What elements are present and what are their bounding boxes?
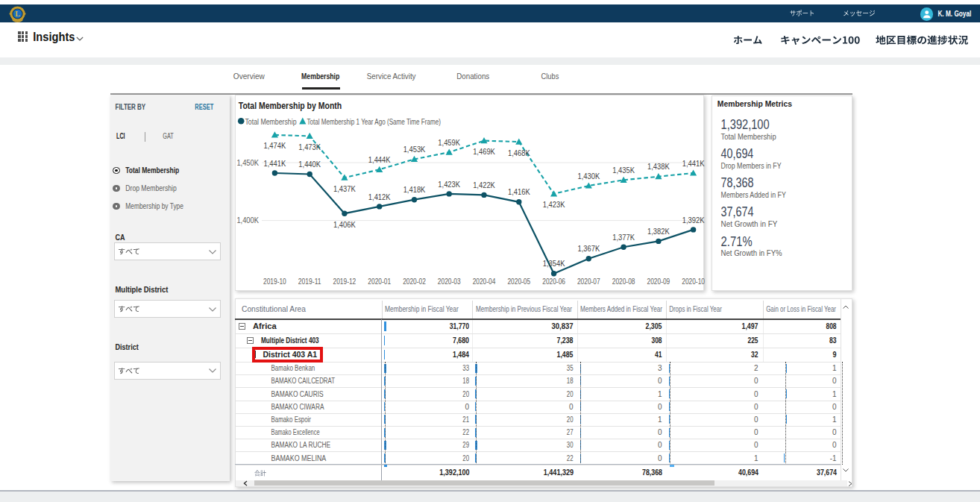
svg-text:1,392,100: 1,392,100 — [721, 117, 770, 132]
svg-text:20: 20 — [567, 415, 574, 424]
svg-text:1,484: 1,484 — [453, 350, 470, 359]
svg-text:0: 0 — [754, 403, 758, 411]
svg-text:2.71%: 2.71% — [721, 234, 753, 249]
svg-text:0: 0 — [832, 403, 837, 411]
svg-text:1,485: 1,485 — [557, 350, 574, 359]
svg-text:37,674: 37,674 — [721, 204, 754, 219]
svg-text:30,837: 30,837 — [552, 321, 574, 330]
svg-text:31,770: 31,770 — [450, 321, 469, 330]
svg-text:21: 21 — [462, 415, 469, 424]
svg-text:Net Growth in FY%: Net Growth in FY% — [721, 249, 782, 257]
svg-text:0: 0 — [658, 377, 662, 385]
svg-text:Members Added in FY: Members Added in FY — [721, 191, 787, 199]
svg-text:78,368: 78,368 — [721, 175, 754, 190]
svg-text:Membership in Fiscal Year: Membership in Fiscal Year — [385, 304, 459, 313]
svg-text:0: 0 — [754, 415, 758, 424]
svg-text:20: 20 — [567, 390, 574, 398]
svg-text:7,238: 7,238 — [557, 336, 574, 345]
svg-text:Total Membership: Total Membership — [721, 133, 776, 141]
svg-text:Drop Members in FY: Drop Members in FY — [721, 162, 782, 170]
svg-text:1: 1 — [754, 454, 758, 462]
svg-text:Multiple District: Multiple District — [116, 285, 169, 294]
svg-text:40,694: 40,694 — [738, 468, 759, 477]
svg-text:2: 2 — [754, 364, 758, 372]
svg-text:9: 9 — [833, 350, 837, 359]
svg-text:K. M. Goyal: K. M. Goyal — [937, 10, 971, 18]
svg-text:BAMAKO CIWARA: BAMAKO CIWARA — [271, 403, 324, 411]
svg-text:808: 808 — [826, 321, 837, 330]
svg-text:0: 0 — [754, 441, 758, 449]
svg-text:CA: CA — [116, 233, 125, 242]
svg-text:0: 0 — [832, 428, 837, 436]
svg-text:32: 32 — [751, 350, 758, 359]
svg-text:18: 18 — [462, 377, 469, 385]
svg-text:Membership: Membership — [301, 72, 339, 81]
svg-text:41: 41 — [655, 350, 662, 359]
svg-text:78,368: 78,368 — [642, 468, 662, 477]
svg-text:Membership in Previous Fiscal: Membership in Previous Fiscal Year — [476, 304, 572, 313]
svg-text:LCI: LCI — [116, 132, 125, 140]
svg-text:Net Growth in FY: Net Growth in FY — [721, 220, 778, 228]
svg-text:RESET: RESET — [195, 102, 213, 111]
svg-text:BAMAKO CAILCEDRAT: BAMAKO CAILCEDRAT — [271, 377, 336, 385]
svg-text:District: District — [116, 342, 139, 351]
svg-text:Insights: Insights — [33, 31, 75, 43]
svg-text:0: 0 — [569, 403, 574, 411]
svg-text:20: 20 — [462, 390, 469, 398]
svg-text:Gain or Loss in Fiscal Year: Gain or Loss in Fiscal Year — [766, 304, 836, 313]
svg-text:0: 0 — [832, 441, 837, 449]
svg-text:Bamako Excellence: Bamako Excellence — [271, 428, 320, 436]
svg-text:Drops in Fiscal Year: Drops in Fiscal Year — [669, 304, 722, 313]
svg-text:22: 22 — [462, 428, 469, 436]
svg-text:3: 3 — [658, 364, 662, 372]
svg-text:Constitutional Area: Constitutional Area — [242, 304, 306, 313]
svg-text:1: 1 — [658, 415, 662, 424]
svg-text:33: 33 — [462, 364, 469, 372]
svg-text:0: 0 — [658, 441, 662, 449]
svg-text:30: 30 — [567, 441, 574, 449]
svg-text:0: 0 — [832, 377, 837, 385]
svg-text:40,694: 40,694 — [721, 146, 754, 161]
svg-text:1,497: 1,497 — [742, 321, 758, 330]
svg-text:-1: -1 — [830, 454, 837, 462]
svg-text:1: 1 — [832, 364, 837, 372]
svg-text:18: 18 — [567, 377, 574, 385]
svg-text:20: 20 — [462, 454, 469, 462]
svg-text:29: 29 — [462, 441, 469, 449]
svg-text:BAMAKO CAURIS: BAMAKO CAURIS — [271, 390, 324, 398]
svg-text:Donations: Donations — [456, 72, 489, 81]
svg-text:BAMAKO LA RUCHE: BAMAKO LA RUCHE — [271, 441, 331, 449]
svg-text:308: 308 — [652, 336, 662, 345]
svg-text:37,674: 37,674 — [817, 468, 838, 477]
svg-text:35: 35 — [567, 364, 574, 372]
svg-text:1,441,329: 1,441,329 — [544, 468, 574, 477]
svg-text:District 403 A1: District 403 A1 — [263, 350, 318, 359]
svg-text:Multiple District 403: Multiple District 403 — [261, 336, 319, 345]
svg-text:1,392,100: 1,392,100 — [439, 468, 469, 477]
svg-text:Membership by Type: Membership by Type — [125, 201, 183, 210]
svg-text:27: 27 — [567, 428, 574, 436]
svg-text:1: 1 — [832, 415, 837, 424]
svg-text:0: 0 — [754, 377, 758, 385]
svg-text:0: 0 — [658, 454, 662, 462]
svg-text:7,680: 7,680 — [453, 336, 469, 345]
svg-text:2,305: 2,305 — [646, 321, 662, 330]
svg-text:Total Membership: Total Membership — [125, 166, 179, 175]
svg-text:Bamako Espoir: Bamako Espoir — [271, 415, 312, 424]
svg-text:Drop Membership: Drop Membership — [125, 183, 177, 192]
svg-text:Clubs: Clubs — [541, 72, 559, 81]
svg-text:1: 1 — [832, 390, 837, 398]
svg-text:0: 0 — [658, 403, 662, 411]
svg-text:225: 225 — [748, 336, 758, 345]
svg-text:0: 0 — [754, 428, 758, 436]
svg-text:1: 1 — [658, 390, 662, 398]
svg-text:83: 83 — [829, 336, 837, 345]
svg-text:Bamako Benkan: Bamako Benkan — [271, 364, 315, 372]
svg-text:GAT: GAT — [163, 132, 174, 140]
svg-text:Members Added in Fiscal Year: Members Added in Fiscal Year — [580, 304, 662, 313]
svg-text:BAMAKO MELINA: BAMAKO MELINA — [271, 454, 327, 462]
svg-text:Overview: Overview — [233, 72, 265, 81]
svg-text:FILTER BY: FILTER BY — [116, 102, 146, 111]
svg-text:0: 0 — [658, 428, 662, 436]
svg-text:22: 22 — [567, 454, 574, 462]
